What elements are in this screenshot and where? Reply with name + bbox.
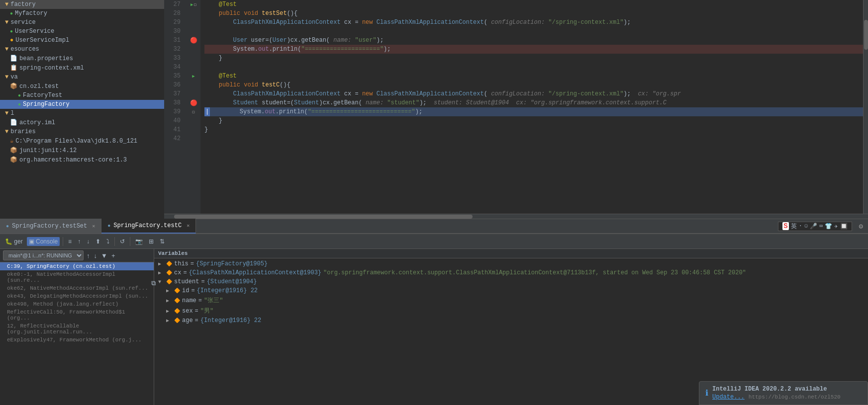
stack-frame-3[interactable]: oke43, DelegatingMethodAccessorImpl (sun… (0, 292, 154, 300)
var-item-id[interactable]: ▶ 🔶 id = {Integer@1916} 22 (154, 286, 868, 295)
run-icon-36[interactable]: ▶ (192, 74, 194, 79)
breakpoint-icon-39[interactable]: 🔴 (190, 99, 197, 107)
copy-button[interactable]: ⧉ (150, 278, 154, 288)
breakpoint-icon-32[interactable]: 🔴 (190, 37, 197, 44)
var-type-icon-this: 🔶 (166, 261, 172, 267)
sidebar-label: spring-context.xml (19, 65, 84, 72)
sidebar-item-service[interactable]: ▼ service (0, 18, 164, 27)
expand-icon-sex[interactable]: ▶ (166, 308, 172, 314)
tab-label-testset: SpringFactory.testSet (12, 223, 87, 230)
sidebar-item-l[interactable]: ▼ l (0, 109, 164, 118)
ln-40: 40 (164, 116, 184, 125)
table-button[interactable]: ⊞ (147, 237, 156, 246)
sort-button[interactable]: ⇅ (158, 237, 167, 246)
editor-right-scrollbar[interactable] (863, 0, 868, 214)
sidebar-item-factory[interactable]: ▼ factory (0, 0, 164, 9)
run-icon-28[interactable]: ▶ (191, 2, 193, 7)
step-out-button[interactable]: ⬆ (94, 237, 102, 246)
sidebar-item-va[interactable]: ▼ va (0, 73, 164, 81)
editor-horizontal-scrollbar[interactable] (164, 214, 868, 219)
debugger-button[interactable]: 🐛 ger (3, 237, 25, 246)
restore-button[interactable]: ↺ (118, 237, 127, 246)
stack-frame-6[interactable]: 12, ReflectiveCallable (org.junit.intern… (0, 322, 154, 336)
ln-31: 31 (164, 36, 184, 45)
gutter-38 (187, 89, 200, 98)
scrollbar-thumb-vertical[interactable] (864, 20, 868, 50)
var-item-cx[interactable]: ▶ 🔶 cx = {ClassPathXmlApplicationContext… (154, 268, 868, 277)
stack-frame-2[interactable]: oke62, NativeMethodAccessorImpl (sun.ref… (0, 284, 154, 292)
sidebar-item-hamcrest[interactable]: 📦 org.hamcrest:hamcrest-core:1.3 (0, 155, 164, 164)
var-eq-name: = (198, 297, 202, 304)
up-icon-button[interactable]: ↑ (76, 237, 83, 246)
add-button[interactable]: + (110, 251, 116, 260)
tab-springfactory-testset[interactable]: ● SpringFactory.testSet ✕ (0, 219, 101, 234)
var-value-cx: {ClassPathXmlApplicationContext@1903} (189, 269, 321, 276)
sidebar-item-junit[interactable]: 📦 junit:junit:4.12 (0, 146, 164, 155)
tabs-bar: ● SpringFactory.testSet ✕ ● SpringFactor… (0, 219, 868, 234)
down-icon-button[interactable]: ↓ (85, 237, 92, 246)
sidebar-item-braries[interactable]: ▼ braries (0, 127, 164, 136)
sidebar-item-resources[interactable]: ▼ esources (0, 45, 164, 54)
sidebar-item-bean-properties[interactable]: 📄 bean.properties (0, 54, 164, 63)
thread-dropdown[interactable]: main*@1 i...n*: RUNNING (3, 250, 84, 260)
var-type-icon-id: 🔶 (174, 288, 180, 294)
sidebar-item-iml[interactable]: 📄 actory.iml (0, 118, 164, 127)
ln-33: 33 (164, 54, 184, 63)
sidebar-item-package[interactable]: 📦 cn.ozl.test (0, 81, 164, 91)
notification-update-link[interactable]: Update... (712, 394, 745, 401)
stack-frame-1[interactable]: oke0:-1, NativeMethodAccessorImpl (sun.r… (0, 270, 154, 284)
up-thread-button[interactable]: ↑ (86, 251, 91, 260)
expand-icon-this[interactable]: ▶ (158, 261, 164, 267)
ln-35: 35 (164, 72, 184, 81)
tab-close-testset[interactable]: ✕ (92, 223, 95, 229)
sidebar-item-myfactory[interactable]: ● Myfactory (0, 9, 164, 18)
filter-button[interactable]: ▼ (100, 251, 108, 260)
stack-frame-label: oke0:-1, NativeMethodAccessorImpl (sun.r… (7, 271, 151, 283)
copy-panel: ⧉ (150, 278, 154, 288)
code-editor[interactable]: @Test public void testSet(){ ClassPathXm… (200, 0, 863, 214)
tab-springfactory-testc[interactable]: ● SpringFactory.testC ✕ (101, 219, 196, 234)
code-text: new (362, 18, 377, 27)
sidebar-label: Myfactory (15, 10, 47, 17)
ime-s-label[interactable]: S (782, 222, 788, 230)
var-eq-id: = (191, 287, 194, 294)
code-text: public (219, 81, 244, 89)
ime-en-label[interactable]: 英 (791, 222, 797, 231)
expand-icon-cx[interactable]: ▶ (158, 270, 164, 276)
list-icon-button[interactable]: ≡ (66, 237, 74, 246)
code-text: ); (624, 89, 638, 98)
code-text: user=( (247, 36, 272, 45)
stack-frame-0[interactable]: C:39, SpringFactory (cn.ozl.test) (0, 262, 154, 270)
var-item-sex[interactable]: ▶ 🔶 sex = "男" (154, 306, 868, 316)
down-thread-button[interactable]: ↓ (93, 251, 98, 260)
settings-icon[interactable]: ⚙ (854, 222, 868, 231)
ime-plane-icon: ✈ (834, 223, 838, 230)
console-button[interactable]: ▣ Console (27, 237, 60, 246)
expand-icon-age[interactable]: ▶ (166, 318, 172, 324)
var-item-name[interactable]: ▶ 🔶 name = "张三" (154, 295, 868, 306)
ime-grid-icon: 🔲 (840, 223, 848, 230)
stack-frame-7[interactable]: eExplosively47, FrameworkMethod (org.j..… (0, 336, 154, 344)
sidebar-label: actory.iml (19, 119, 55, 126)
expand-icon-name[interactable]: ▶ (166, 298, 172, 304)
sidebar-item-userserviceimpl[interactable]: ● UserServiceImpl (0, 36, 164, 45)
code-line-32: System.out.println("====================… (204, 45, 863, 54)
var-eq-this: = (191, 260, 194, 267)
stack-frame-5[interactable]: ReflectiveCall:50, FrameworkMethod$1 (or… (0, 308, 154, 322)
gutter-33 (187, 45, 200, 54)
camera-button[interactable]: 📷 (133, 237, 145, 246)
var-item-age[interactable]: ▶ 🔶 age = {Integer@1916} 22 (154, 316, 868, 325)
var-item-student[interactable]: ▼ 🔶 student = {Student@1904} (154, 277, 868, 286)
sidebar-item-userservice[interactable]: ● UserService (0, 27, 164, 36)
tab-close-testc[interactable]: ✕ (187, 223, 190, 229)
sidebar-item-factorytest[interactable]: ● FactoryTest (0, 91, 164, 100)
step-over-button[interactable]: ⤵ (104, 237, 111, 246)
scrollbar-thumb-horizontal[interactable] (174, 215, 473, 219)
var-item-this[interactable]: ▶ 🔶 this = {SpringFactory@1905} (154, 259, 868, 268)
expand-icon-id[interactable]: ▶ (166, 288, 172, 294)
sidebar-item-spring-context[interactable]: 📋 spring-context.xml (0, 63, 164, 73)
code-text (204, 36, 233, 45)
stack-frame-4[interactable]: oke498, Method (java.lang.reflect) (0, 300, 154, 308)
sidebar-item-jdk[interactable]: ☕ C:\Program Files\Java\jdk1.8.0_121 (0, 136, 164, 146)
sidebar-item-springfactory[interactable]: ● SpringFactory (0, 100, 164, 109)
